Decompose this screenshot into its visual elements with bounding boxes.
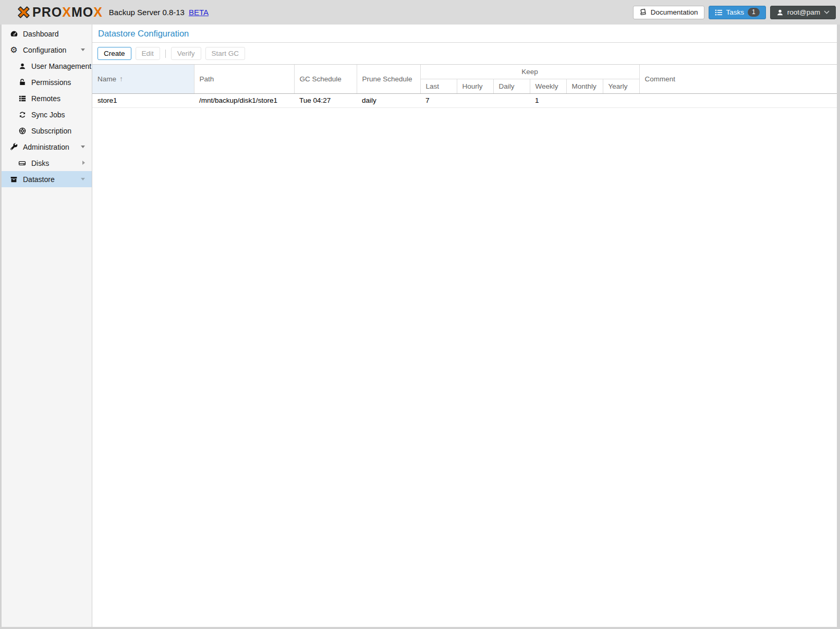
proxmox-logo: PROXMOX <box>17 6 103 19</box>
cell-keep-monthly <box>566 93 603 107</box>
app-title: Backup Server 0.8-13 <box>109 8 185 17</box>
sidebar-item-configuration[interactable]: ⚙ Configuration <box>2 42 92 58</box>
sidebar-item-label: Disks <box>31 159 49 167</box>
sidebar-item-label: Permissions <box>31 78 71 87</box>
sidebar-item-label: Sync Jobs <box>31 111 65 119</box>
cell-gc-schedule: Tue 04:27 <box>294 93 357 107</box>
datastore-grid: Name↑ Path GC Schedule Prune Schedule Ke… <box>92 64 837 627</box>
cell-name: store1 <box>92 93 194 107</box>
column-header-prune-schedule[interactable]: Prune Schedule <box>357 65 420 93</box>
column-header-keep-yearly[interactable]: Yearly <box>603 79 639 93</box>
verify-button[interactable]: Verify <box>171 47 201 60</box>
sidebar-item-label: User Management <box>31 62 91 70</box>
sidebar-item-remotes[interactable]: Remotes <box>2 90 92 106</box>
collapse-arrow-icon[interactable] <box>81 49 85 51</box>
beta-link[interactable]: BETA <box>189 8 209 17</box>
cell-keep-daily <box>493 93 530 107</box>
sort-ascending-icon: ↑ <box>119 75 123 83</box>
table-row[interactable]: store1 /mnt/backup/disk1/store1 Tue 04:2… <box>92 93 837 107</box>
toolbar: Create Edit Verify Start GC <box>92 43 837 64</box>
life-ring-icon <box>18 127 27 135</box>
column-header-gc-schedule[interactable]: GC Schedule <box>294 65 357 93</box>
sidebar-item-label: Configuration <box>23 46 66 54</box>
sidebar-item-label: Datastore <box>23 175 55 184</box>
sidebar-item-datastore[interactable]: Datastore <box>2 171 92 187</box>
create-button[interactable]: Create <box>98 47 131 60</box>
column-header-keep-monthly[interactable]: Monthly <box>566 79 603 93</box>
collapse-arrow-icon[interactable] <box>81 178 85 180</box>
documentation-button[interactable]: Documentation <box>633 6 704 19</box>
chevron-down-icon <box>824 10 830 14</box>
tasks-count-badge: 1 <box>748 8 760 17</box>
sidebar-item-subscription[interactable]: Subscription <box>2 123 92 139</box>
tasks-button[interactable]: Tasks 1 <box>709 6 766 19</box>
top-bar: PROXMOX Backup Server 0.8-13 BETA Docume… <box>0 0 840 25</box>
page-title: Datastore Configuration <box>92 25 837 43</box>
cell-prune-schedule: daily <box>357 93 420 107</box>
edit-button[interactable]: Edit <box>136 47 160 60</box>
sidebar-item-sync-jobs[interactable]: Sync Jobs <box>2 106 92 123</box>
dashboard-icon <box>9 30 18 38</box>
book-icon <box>639 8 647 16</box>
sidebar-item-label: Subscription <box>31 127 71 135</box>
proxmox-x-icon <box>17 6 30 19</box>
list-icon <box>18 95 27 102</box>
column-header-path[interactable]: Path <box>194 65 294 93</box>
start-gc-button[interactable]: Start GC <box>205 47 246 60</box>
cell-comment <box>639 93 837 107</box>
sidebar-item-label: Administration <box>23 143 69 151</box>
column-header-keep-hourly[interactable]: Hourly <box>457 79 493 93</box>
sidebar-item-disks[interactable]: Disks <box>2 155 92 171</box>
cell-keep-weekly: 1 <box>530 93 566 107</box>
hdd-icon <box>18 160 27 167</box>
user-menu-button[interactable]: root@pam <box>770 6 836 19</box>
cell-keep-last: 7 <box>420 93 457 107</box>
expand-arrow-icon[interactable] <box>82 161 85 165</box>
sync-icon <box>18 111 27 118</box>
cell-keep-hourly <box>457 93 493 107</box>
column-group-keep: Keep <box>420 65 639 79</box>
column-header-keep-weekly[interactable]: Weekly <box>530 79 566 93</box>
cell-keep-yearly <box>603 93 639 107</box>
column-header-keep-daily[interactable]: Daily <box>493 79 530 93</box>
toolbar-separator <box>165 50 166 58</box>
collapse-arrow-icon[interactable] <box>81 146 85 148</box>
sidebar-item-administration[interactable]: Administration <box>2 139 92 155</box>
sidebar-item-dashboard[interactable]: Dashboard <box>2 26 92 42</box>
user-icon <box>776 9 784 16</box>
gears-icon: ⚙ <box>9 46 18 54</box>
cell-path: /mnt/backup/disk1/store1 <box>194 93 294 107</box>
sidebar-item-permissions[interactable]: Permissions <box>2 74 92 90</box>
sidebar-item-user-management[interactable]: User Management <box>2 58 92 74</box>
column-header-name[interactable]: Name↑ <box>92 65 194 93</box>
proxmox-wordmark: PROXMOX <box>32 6 103 19</box>
main-panel: Datastore Configuration Create Edit Veri… <box>92 25 837 627</box>
wrench-icon <box>9 143 18 151</box>
task-list-icon <box>715 9 723 16</box>
column-header-keep-last[interactable]: Last <box>420 79 457 93</box>
unlock-icon <box>18 78 27 86</box>
sidebar-nav: Dashboard ⚙ Configuration User Managemen… <box>2 25 92 627</box>
user-icon <box>18 63 27 70</box>
sidebar-item-label: Dashboard <box>23 30 59 38</box>
column-header-comment[interactable]: Comment <box>639 65 837 93</box>
archive-icon <box>9 176 18 183</box>
sidebar-item-label: Remotes <box>31 94 60 103</box>
